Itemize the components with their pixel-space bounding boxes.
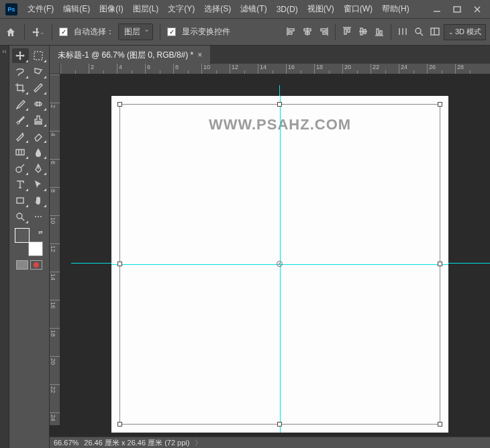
mode-3d-dropdown[interactable]: ⌄3D 模式: [444, 24, 486, 40]
menu-bar: 文件(F) 编辑(E) 图像(I) 图层(L) 文字(Y) 选择(S) 滤镜(T…: [23, 0, 427, 18]
svg-rect-15: [348, 29, 350, 32]
hand-icon: [33, 195, 44, 206]
stamp-icon: [33, 115, 44, 125]
background-swatch[interactable]: [28, 241, 43, 256]
menu-3d[interactable]: 3D(D): [272, 1, 303, 17]
lasso-tool[interactable]: [12, 64, 29, 79]
home-button[interactable]: [4, 25, 17, 39]
svg-point-41: [35, 216, 36, 217]
transform-handle-br[interactable]: [438, 422, 442, 427]
tab-close-button[interactable]: ×: [197, 50, 202, 60]
align-vcenter-icon: [358, 26, 369, 37]
color-swatches[interactable]: ⇄: [15, 228, 43, 256]
align-hcenter-button[interactable]: [300, 24, 315, 39]
marquee-tool[interactable]: [30, 48, 47, 63]
app-logo: Ps: [5, 3, 17, 15]
canvas-viewport[interactable]: 246810121416182022242628 246810121416182…: [50, 64, 490, 437]
poly-lasso-tool[interactable]: [30, 64, 47, 79]
menu-filter[interactable]: 滤镜(T): [236, 0, 271, 18]
stamp-tool[interactable]: [30, 113, 47, 127]
type-tool[interactable]: [12, 177, 29, 192]
transform-handle-mr[interactable]: [438, 262, 442, 266]
transform-bounds[interactable]: [119, 104, 440, 425]
ruler-origin[interactable]: [50, 64, 60, 74]
align-vcenter-button[interactable]: [356, 24, 371, 39]
hand-tool[interactable]: [30, 193, 47, 208]
pen-tool[interactable]: [30, 161, 47, 176]
transform-handle-bl[interactable]: [117, 422, 122, 427]
maximize-button[interactable]: [447, 1, 467, 17]
auto-select-dropdown[interactable]: 图层: [118, 23, 153, 40]
status-chevron[interactable]: 〉: [195, 438, 202, 448]
auto-select-checkbox[interactable]: ✓: [59, 27, 68, 36]
ruler-tick: 2: [89, 64, 117, 74]
ruler-horizontal[interactable]: 246810121416182022242628: [60, 64, 490, 74]
healing-tool[interactable]: [30, 97, 47, 111]
eraser-tool[interactable]: [30, 129, 47, 144]
ruler-tick: [60, 64, 89, 74]
search-button[interactable]: [411, 24, 426, 39]
transform-handle-tr[interactable]: [438, 102, 442, 107]
menu-image[interactable]: 图像(I): [95, 0, 128, 18]
transform-handle-tm[interactable]: [277, 102, 282, 107]
align-top-button[interactable]: [340, 24, 354, 39]
align-bottom-button[interactable]: [372, 24, 387, 39]
close-button[interactable]: [467, 1, 487, 17]
svg-line-40: [21, 218, 24, 221]
canvas[interactable]: WWW.PSAHZ.COM: [111, 96, 448, 433]
blur-icon: [33, 147, 44, 158]
menu-window[interactable]: 窗口(W): [339, 0, 377, 18]
distribute-button[interactable]: [395, 24, 410, 39]
transform-handle-tl[interactable]: [117, 102, 122, 107]
workspace: ‹‹: [0, 46, 490, 448]
status-size[interactable]: 26.46 厘米 x 26.46 厘米 (72 ppi): [84, 438, 189, 448]
arrange-button[interactable]: [428, 24, 442, 39]
ruler-vertical[interactable]: 2468101214161820222426: [50, 74, 60, 425]
align-right-button[interactable]: [316, 24, 331, 39]
menu-help[interactable]: 帮助(H): [377, 0, 414, 18]
transform-handle-ml[interactable]: [117, 262, 122, 266]
menu-file[interactable]: 文件(F): [23, 0, 58, 18]
dodge-tool[interactable]: [12, 161, 29, 176]
swap-colors-icon[interactable]: ⇄: [38, 229, 43, 235]
menu-edit[interactable]: 编辑(E): [58, 0, 95, 18]
document-tab[interactable]: 未标题-1 @ 66.7% (图层 0, RGB/8#) * ×: [50, 46, 210, 64]
zoom-tool[interactable]: [12, 209, 29, 224]
history-brush-tool[interactable]: [12, 129, 29, 144]
panel-collapse-strip[interactable]: ‹‹: [0, 46, 9, 448]
titlebar: Ps 文件(F) 编辑(E) 图像(I) 图层(L) 文字(Y) 选择(S) 滤…: [0, 0, 490, 19]
zoom-icon: [15, 211, 26, 222]
minimize-button[interactable]: [427, 1, 447, 17]
more-tools[interactable]: [30, 209, 47, 224]
foreground-swatch[interactable]: [15, 228, 30, 243]
svg-point-39: [17, 213, 22, 219]
move-tool[interactable]: [12, 48, 29, 63]
ruler-tick: 16: [286, 64, 314, 74]
menu-select[interactable]: 选择(S): [199, 0, 236, 18]
gradient-tool[interactable]: [12, 145, 29, 160]
menu-type[interactable]: 文字(Y): [163, 0, 199, 18]
quickmask-mode-button[interactable]: [30, 260, 42, 270]
standard-mode-button[interactable]: [16, 260, 28, 270]
move-tool-indicator[interactable]: ⌄: [32, 25, 45, 39]
svg-rect-1: [454, 7, 460, 12]
transform-center[interactable]: [277, 261, 283, 267]
brush-tool[interactable]: [12, 113, 29, 127]
path-select-tool[interactable]: [30, 177, 47, 192]
menu-layer[interactable]: 图层(L): [128, 0, 164, 18]
transform-handle-bm[interactable]: [277, 422, 282, 427]
separator: [335, 24, 336, 40]
options-bar: ⌄ ✓ 自动选择： 图层 ✓ 显示变换控件 ⌄3D 模式: [0, 19, 490, 46]
menu-view[interactable]: 视图(V): [303, 0, 339, 18]
status-zoom[interactable]: 66.67%: [54, 439, 79, 447]
slice-tool[interactable]: [30, 80, 47, 95]
crop-tool[interactable]: [12, 80, 29, 95]
ruler-tick: [50, 74, 60, 103]
blur-tool[interactable]: [30, 145, 47, 160]
svg-rect-29: [34, 52, 42, 60]
eyedropper-tool[interactable]: [12, 97, 29, 111]
shape-tool[interactable]: [12, 193, 29, 208]
distribute-icon: [397, 26, 408, 37]
align-left-button[interactable]: [284, 24, 299, 39]
show-transform-checkbox[interactable]: ✓: [167, 27, 176, 36]
